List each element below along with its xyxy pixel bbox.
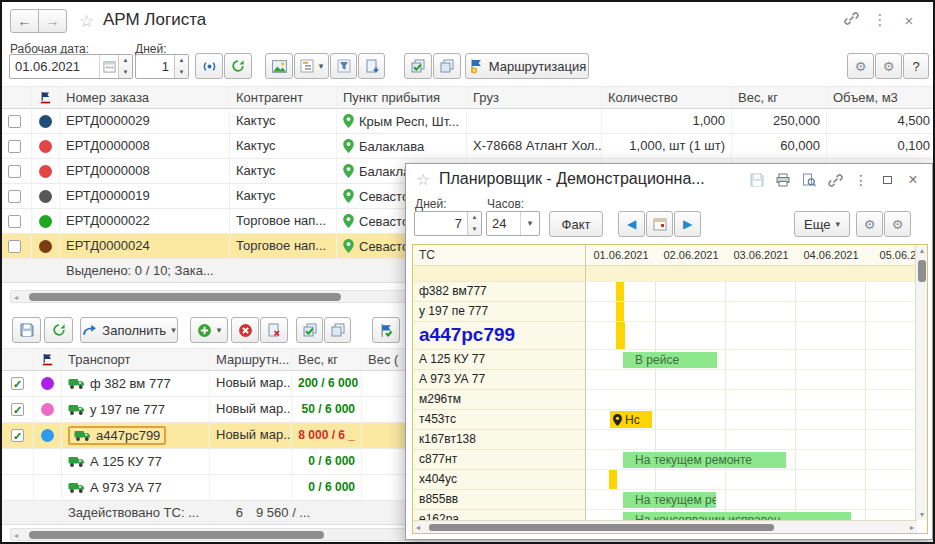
transport-name-cell[interactable]: у 197 пе 777 [68, 402, 165, 417]
transport-name[interactable]: а447рс799 [62, 423, 210, 448]
gantt-bar[interactable] [616, 282, 624, 301]
col-route[interactable]: Маршрутн... [210, 349, 292, 370]
refresh-button[interactable] [224, 53, 252, 79]
gantt-row-timeline[interactable]: Нс [586, 410, 917, 430]
checkbox-icon[interactable] [8, 215, 21, 228]
dialog-days-field[interactable]: 7 ▲▼ [414, 211, 482, 236]
gantt-row-timeline[interactable] [586, 430, 917, 450]
favorite-star-icon[interactable]: ☆ [79, 11, 94, 32]
days-input[interactable]: 1 [136, 55, 174, 78]
checkbox-checked-icon[interactable]: ✓ [11, 403, 24, 416]
post-flag-button[interactable] [372, 317, 400, 343]
dialog-hours-select[interactable]: 24 ▾ [486, 211, 540, 236]
gantt-vscroll-thumb[interactable] [918, 260, 926, 282]
transport-name-cell[interactable]: А 125 КУ 77 [68, 454, 162, 469]
forward-button[interactable]: → [38, 9, 67, 33]
filter-button[interactable] [330, 53, 357, 79]
checkbox-icon[interactable] [8, 140, 21, 153]
working-date-input[interactable]: 01.06.2021 [10, 55, 99, 78]
dialog-settings-doc-button[interactable]: ⚙ [856, 211, 883, 237]
dialog-print-icon[interactable] [772, 171, 794, 189]
dialog-hours-value[interactable]: 24 [487, 212, 520, 235]
import-doc-button[interactable] [358, 53, 385, 79]
menu-dots-icon[interactable]: ⋮ [870, 11, 890, 29]
orders-hscroll-thumb[interactable] [29, 293, 341, 301]
checkbox-icon[interactable] [8, 165, 21, 178]
fill-button[interactable]: Заполнить ▾ [80, 317, 178, 343]
next-period-button[interactable]: ▶ [674, 211, 701, 237]
transport-name[interactable]: у 197 пе 777 [62, 397, 210, 422]
transport-name[interactable]: А 125 КУ 77 [62, 449, 210, 474]
date-spinner[interactable]: ▲▼ [118, 55, 132, 78]
calendar-icon[interactable] [99, 55, 118, 78]
dialog-maximize-icon[interactable] [876, 171, 898, 189]
days-field[interactable]: 1 ▲▼ [135, 54, 189, 79]
gantt-bar[interactable] [616, 322, 625, 349]
dialog-days-input[interactable]: 7 [415, 212, 467, 235]
dialog-days-spinner[interactable]: ▲▼ [467, 212, 481, 235]
gantt-hscroll-thumb[interactable] [429, 524, 774, 531]
gantt-bar[interactable]: Нс [610, 411, 652, 428]
transport-hscroll-thumb[interactable] [29, 531, 324, 539]
col-destination[interactable]: Пункт прибытия [337, 87, 467, 108]
gantt-vscrollbar[interactable]: ▲ ▼ [915, 245, 927, 520]
transport-name-cell[interactable]: А 973 УА 77 [68, 480, 162, 495]
col-weight[interactable]: Вес, кг [292, 349, 362, 370]
order-row[interactable]: ЕРТД0000029КактусКрым Респ, Шт...1,00025… [2, 109, 935, 134]
gantt-row[interactable]: х404ус [413, 470, 917, 490]
days-spinner[interactable]: ▲▼ [174, 55, 188, 78]
add-button[interactable]: ▾ [190, 317, 228, 343]
dialog-favorite-star-icon[interactable]: ☆ [416, 170, 430, 189]
settings-doc-button[interactable]: ⚙ [847, 53, 874, 79]
copy-transport-button[interactable] [324, 317, 351, 343]
gantt-row[interactable]: т453тсНс [413, 410, 917, 430]
gantt-row-timeline[interactable]: На текущем ремонте [586, 450, 917, 470]
gantt-bar[interactable] [609, 470, 617, 489]
routing-button[interactable]: Маршрутизация [465, 53, 589, 79]
gantt-bar[interactable]: На консервации исправен [623, 512, 851, 520]
gantt-row-timeline[interactable] [586, 302, 917, 322]
copy-layers-button[interactable] [433, 53, 461, 79]
col-cargo[interactable]: Груз [467, 87, 602, 108]
gantt-row[interactable]: ф382 вм777 [413, 282, 917, 302]
checkbox-icon[interactable] [8, 240, 21, 253]
gantt-row[interactable]: а447рс799 [413, 322, 917, 350]
gantt-row[interactable]: м296тм [413, 390, 917, 410]
delete-button[interactable] [231, 317, 259, 343]
order-row[interactable]: ЕРТД0000008КактусБалаклаваХ-78668 Атлант… [2, 134, 935, 159]
transport-name[interactable]: А 973 УА 77 [62, 475, 210, 500]
col-contractor[interactable]: Контрагент [230, 87, 337, 108]
check-all-button[interactable] [404, 53, 432, 79]
settings-button[interactable]: ⚙ [875, 53, 902, 79]
gantt-bar[interactable]: В рейсе [623, 352, 717, 368]
gantt-row[interactable]: у 197 пе 777 [413, 302, 917, 322]
gantt-bar[interactable] [616, 302, 624, 321]
dialog-settings-button[interactable]: ⚙ [884, 211, 911, 237]
gantt-row[interactable]: А 973 УА 77 [413, 370, 917, 390]
link-icon[interactable] [841, 11, 861, 29]
gantt-row-timeline[interactable] [586, 390, 917, 410]
close-icon[interactable]: × [899, 12, 919, 29]
dialog-link-icon[interactable] [824, 171, 846, 189]
gantt-row-timeline[interactable] [586, 282, 917, 302]
checkbox-checked-icon[interactable]: ✓ [11, 377, 24, 390]
checkbox-checked-icon[interactable]: ✓ [11, 429, 24, 442]
gantt-row-timeline[interactable] [586, 470, 917, 490]
col-volume[interactable]: Объем, м3 [827, 87, 935, 108]
gantt-row[interactable]: к167вт138 [413, 430, 917, 450]
gantt-row[interactable] [413, 266, 917, 282]
chevron-down-icon[interactable]: ▾ [520, 212, 539, 235]
map-button[interactable] [265, 53, 293, 79]
gantt-row[interactable]: е162раНа консервации исправен [413, 510, 917, 520]
checkbox-icon[interactable] [8, 115, 21, 128]
transport-name-cell[interactable]: а447рс799 [68, 426, 166, 445]
fact-button[interactable]: Факт [549, 211, 603, 237]
list-mode-button[interactable]: ▾ [294, 53, 329, 79]
dialog-close-icon[interactable]: × [902, 171, 924, 189]
gantt-bar[interactable]: На текущем ре [623, 492, 716, 508]
check-all-transport-button[interactable] [296, 317, 323, 343]
col-weight[interactable]: Вес, кг [732, 87, 827, 108]
prev-period-button[interactable]: ◀ [618, 211, 645, 237]
gantt-row-timeline[interactable]: На консервации исправен [586, 510, 917, 520]
gantt-hscrollbar[interactable]: ◂ ▸ [413, 520, 917, 533]
